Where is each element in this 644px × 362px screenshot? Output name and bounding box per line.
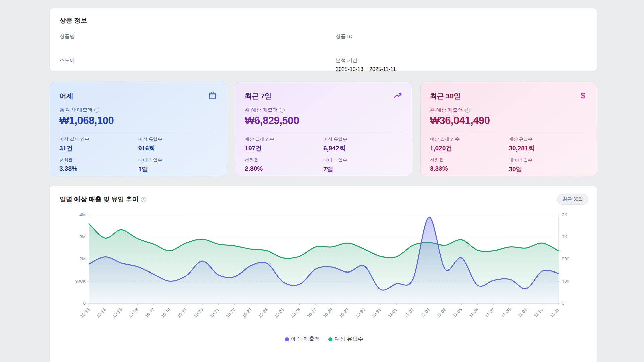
svg-text:10-20: 10-20 bbox=[193, 307, 204, 319]
divider bbox=[59, 132, 217, 132]
field-analysis-period: 분석 기간 2025-10-13 ~ 2025-11-11 bbox=[336, 57, 587, 73]
card-yesterday: 어제 총 예상 매출액 i ₩1,068,100 예상 결제 건 bbox=[50, 82, 226, 176]
dollar-icon: $ bbox=[579, 91, 587, 100]
svg-text:11-03: 11-03 bbox=[419, 307, 430, 318]
svg-text:10-18: 10-18 bbox=[160, 307, 171, 319]
field-value bbox=[336, 42, 587, 49]
legend-dot-inflow bbox=[328, 337, 332, 341]
svg-text:10-24: 10-24 bbox=[257, 307, 269, 319]
field-label: 상품 ID bbox=[336, 33, 587, 40]
svg-text:0: 0 bbox=[83, 301, 86, 306]
svg-text:10-13: 10-13 bbox=[79, 307, 91, 319]
field-value: 2025-10-13 ~ 2025-11-11 bbox=[336, 66, 587, 73]
field-store: 스토어 bbox=[60, 57, 336, 73]
svg-text:10-26: 10-26 bbox=[290, 307, 301, 319]
stat-inflow: 예상 유입수 916회 bbox=[138, 136, 217, 153]
svg-text:10-16: 10-16 bbox=[128, 307, 139, 319]
summary-cards-row: 어제 총 예상 매출액 i ₩1,068,100 예상 결제 건 bbox=[50, 82, 597, 176]
svg-text:10-31: 10-31 bbox=[371, 307, 382, 319]
card-last-30-days: 최근 30일 $ 총 예상 매출액 i ₩36,041,490 예상 결제 건수… bbox=[420, 82, 597, 176]
svg-text:10-14: 10-14 bbox=[95, 307, 107, 319]
svg-text:11-07: 11-07 bbox=[484, 307, 495, 318]
stat-inflow: 예상 유입수 6,942회 bbox=[323, 136, 402, 153]
product-info-grid: 상품명 상품 ID 스토어 분석 기간 2025-10-13 ~ 2025-11… bbox=[60, 33, 587, 73]
field-value bbox=[60, 66, 336, 73]
svg-text:10-23: 10-23 bbox=[241, 307, 253, 319]
svg-text:10-17: 10-17 bbox=[144, 307, 155, 319]
total-revenue-value: ₩1,068,100 bbox=[59, 115, 217, 127]
stat-payments: 예상 결제 건수 31건 bbox=[59, 136, 138, 153]
chart-title: 일별 예상 매출 및 유입 추이 bbox=[60, 195, 139, 204]
svg-text:11-10: 11-10 bbox=[533, 307, 544, 318]
stat-conversion: 전환율 2.80% bbox=[245, 157, 323, 174]
legend-dot-revenue bbox=[285, 337, 289, 341]
legend-item-inflow[interactable]: 예상 유입수 bbox=[328, 336, 363, 343]
svg-text:400: 400 bbox=[562, 279, 569, 284]
svg-text:4M: 4M bbox=[79, 212, 86, 217]
total-revenue-value: ₩6,829,500 bbox=[245, 115, 402, 127]
product-info-title: 상품 정보 bbox=[60, 16, 587, 25]
svg-text:800: 800 bbox=[562, 256, 569, 261]
field-label: 분석 기간 bbox=[336, 57, 587, 64]
svg-text:2M: 2M bbox=[79, 256, 86, 261]
card-title: 최근 7일 bbox=[245, 91, 272, 101]
line-chart-svg: 0900K2M3M4M04008001K2K10-1310-1410-1510-… bbox=[62, 207, 572, 325]
card-title: 최근 30일 bbox=[430, 91, 461, 101]
info-icon[interactable]: i bbox=[465, 108, 470, 113]
svg-text:11-04: 11-04 bbox=[436, 307, 447, 318]
stat-days: 데이터 일수 7일 bbox=[323, 157, 402, 174]
total-revenue-value: ₩36,041,490 bbox=[430, 115, 587, 127]
total-revenue-label: 총 예상 매출액 bbox=[59, 107, 92, 113]
svg-text:10-29: 10-29 bbox=[338, 307, 350, 319]
legend-item-revenue[interactable]: 예상 매출액 bbox=[285, 336, 320, 343]
trend-chart-panel: 일별 예상 매출 및 유입 추이 i 최근 30일 0900K2M3M4M040… bbox=[50, 186, 597, 362]
svg-text:11-11: 11-11 bbox=[549, 307, 560, 318]
stat-inflow: 예상 유입수 30,281회 bbox=[508, 136, 587, 153]
svg-text:10-21: 10-21 bbox=[209, 307, 220, 319]
svg-text:10-30: 10-30 bbox=[355, 307, 366, 319]
main-content: 상품 정보 상품명 상품 ID 스토어 분석 기간 2025-10-13 ~ 2… bbox=[50, 0, 597, 362]
field-label: 상품명 bbox=[60, 33, 336, 40]
svg-text:11-02: 11-02 bbox=[403, 307, 414, 318]
svg-text:3M: 3M bbox=[79, 234, 86, 239]
divider bbox=[430, 132, 587, 132]
chart-legend: 예상 매출액 예상 유입수 bbox=[60, 336, 588, 343]
field-product-name: 상품명 bbox=[60, 33, 336, 49]
calendar-icon bbox=[208, 91, 217, 100]
info-icon[interactable]: i bbox=[94, 108, 99, 113]
info-icon[interactable]: i bbox=[141, 197, 146, 202]
field-value bbox=[60, 42, 336, 49]
stat-payments: 예상 결제 건수 197건 bbox=[245, 136, 323, 153]
svg-text:11-05: 11-05 bbox=[452, 307, 463, 318]
divider bbox=[245, 132, 402, 132]
trend-chart[interactable]: 0900K2M3M4M04008001K2K10-1310-1410-1510-… bbox=[62, 207, 588, 327]
svg-text:0: 0 bbox=[562, 301, 564, 306]
svg-text:1K: 1K bbox=[562, 234, 567, 239]
field-product-id: 상품 ID bbox=[336, 33, 587, 49]
stat-conversion: 전환율 3.38% bbox=[59, 157, 138, 174]
range-badge: 최근 30일 bbox=[557, 194, 588, 205]
stat-days: 데이터 일수 30일 bbox=[508, 157, 587, 174]
stat-payments: 예상 결제 건수 1,020건 bbox=[430, 136, 509, 153]
card-last-7-days: 최근 7일 총 예상 매출액 i ₩6,829,500 예상 결제 건수 197… bbox=[235, 82, 412, 176]
field-label: 스토어 bbox=[60, 57, 336, 64]
total-revenue-label: 총 예상 매출액 bbox=[245, 107, 277, 113]
svg-text:11-06: 11-06 bbox=[468, 307, 479, 318]
svg-text:11-08: 11-08 bbox=[500, 307, 512, 318]
svg-text:900K: 900K bbox=[75, 279, 86, 284]
svg-text:10-25: 10-25 bbox=[273, 307, 285, 319]
svg-text:10-28: 10-28 bbox=[322, 307, 333, 319]
svg-text:10-27: 10-27 bbox=[306, 307, 317, 319]
svg-text:11-09: 11-09 bbox=[517, 307, 528, 318]
info-icon[interactable]: i bbox=[280, 108, 285, 113]
product-info-panel: 상품 정보 상품명 상품 ID 스토어 분석 기간 2025-10-13 ~ 2… bbox=[50, 8, 597, 71]
svg-text:10-15: 10-15 bbox=[112, 307, 123, 319]
svg-text:11-01: 11-01 bbox=[387, 307, 398, 318]
card-title: 어제 bbox=[59, 91, 73, 101]
stat-conversion: 전환율 3.33% bbox=[430, 157, 509, 174]
svg-text:2K: 2K bbox=[562, 212, 567, 217]
stat-days: 데이터 일수 1일 bbox=[138, 157, 217, 174]
svg-text:10-22: 10-22 bbox=[225, 307, 236, 319]
trending-up-icon bbox=[393, 91, 402, 100]
total-revenue-label: 총 예상 매출액 bbox=[430, 107, 463, 113]
